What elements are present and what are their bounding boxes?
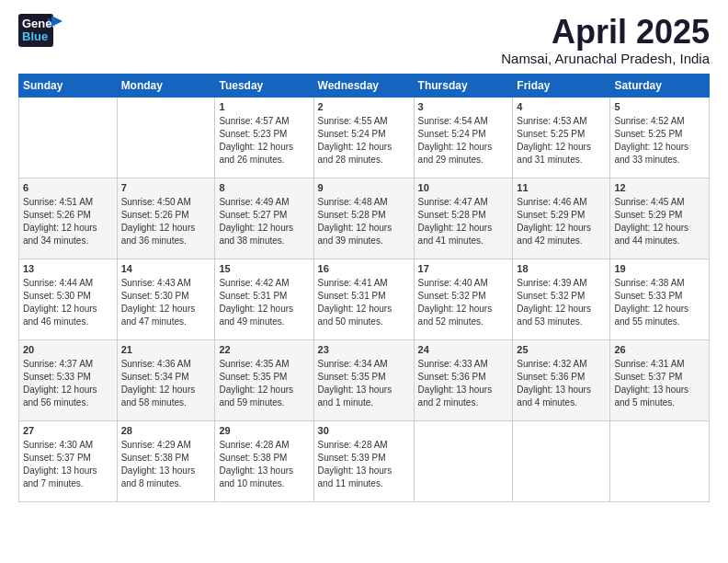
cell-text: Sunset: 5:37 PM: [614, 371, 705, 384]
cell-text: Sunrise: 4:44 AM: [23, 277, 113, 290]
day-number: 13: [23, 262, 113, 276]
title-section: April 2025 Namsai, Arunachal Pradesh, In…: [501, 14, 710, 66]
cell-text: Sunrise: 4:54 AM: [418, 115, 509, 128]
calendar-cell: 3Sunrise: 4:54 AMSunset: 5:24 PMDaylight…: [414, 97, 513, 178]
calendar-cell: [117, 97, 215, 178]
day-number: 26: [614, 343, 705, 357]
cell-text: Daylight: 12 hours and 53 minutes.: [517, 303, 606, 328]
cell-text: Daylight: 12 hours and 58 minutes.: [121, 384, 211, 409]
cell-text: Daylight: 12 hours and 52 minutes.: [418, 303, 509, 328]
day-number: 12: [614, 181, 705, 195]
col-saturday: Saturday: [610, 74, 710, 97]
calendar-cell: 8Sunrise: 4:49 AMSunset: 5:27 PMDaylight…: [215, 178, 313, 259]
calendar-cell: 25Sunrise: 4:32 AMSunset: 5:36 PMDayligh…: [513, 339, 610, 420]
cell-text: Sunrise: 4:28 AM: [219, 439, 309, 452]
cell-text: Sunrise: 4:50 AM: [121, 196, 211, 209]
cell-text: Sunset: 5:30 PM: [121, 290, 211, 303]
calendar-cell: 11Sunrise: 4:46 AMSunset: 5:29 PMDayligh…: [513, 178, 610, 259]
cell-text: Sunset: 5:35 PM: [318, 371, 410, 384]
col-tuesday: Tuesday: [215, 74, 313, 97]
calendar-row: 6Sunrise: 4:51 AMSunset: 5:26 PMDaylight…: [19, 178, 710, 259]
cell-text: Daylight: 12 hours and 55 minutes.: [614, 303, 705, 328]
calendar-row: 13Sunrise: 4:44 AMSunset: 5:30 PMDayligh…: [19, 259, 710, 339]
calendar-row: 20Sunrise: 4:37 AMSunset: 5:33 PMDayligh…: [19, 339, 710, 420]
calendar-cell: 19Sunrise: 4:38 AMSunset: 5:33 PMDayligh…: [610, 259, 710, 339]
day-number: 17: [418, 262, 509, 276]
cell-text: Daylight: 12 hours and 31 minutes.: [517, 141, 606, 167]
cell-text: Sunrise: 4:51 AM: [23, 196, 113, 209]
day-number: 29: [219, 424, 309, 438]
day-number: 8: [219, 181, 309, 195]
cell-text: Sunset: 5:37 PM: [23, 452, 113, 465]
cell-text: Daylight: 12 hours and 34 minutes.: [23, 222, 113, 247]
cell-text: Sunrise: 4:36 AM: [121, 358, 211, 371]
col-friday: Friday: [513, 74, 610, 97]
calendar-cell: 27Sunrise: 4:30 AMSunset: 5:37 PMDayligh…: [19, 420, 118, 501]
cell-text: Daylight: 12 hours and 26 minutes.: [219, 141, 309, 167]
calendar-cell: 24Sunrise: 4:33 AMSunset: 5:36 PMDayligh…: [414, 339, 513, 420]
cell-text: Sunrise: 4:33 AM: [418, 358, 509, 371]
calendar-cell: 14Sunrise: 4:43 AMSunset: 5:30 PMDayligh…: [117, 259, 215, 339]
month-title: April 2025: [501, 14, 710, 51]
calendar-table: Sunday Monday Tuesday Wednesday Thursday…: [18, 74, 710, 502]
cell-text: Sunrise: 4:31 AM: [614, 358, 705, 371]
cell-text: Sunrise: 4:47 AM: [418, 196, 509, 209]
col-monday: Monday: [117, 74, 215, 97]
cell-text: Daylight: 12 hours and 56 minutes.: [23, 384, 113, 409]
cell-text: Daylight: 12 hours and 49 minutes.: [219, 303, 309, 328]
calendar-cell: 26Sunrise: 4:31 AMSunset: 5:37 PMDayligh…: [610, 339, 710, 420]
cell-text: Sunset: 5:24 PM: [418, 128, 509, 141]
calendar-cell: 15Sunrise: 4:42 AMSunset: 5:31 PMDayligh…: [215, 259, 313, 339]
cell-text: Sunset: 5:35 PM: [219, 371, 309, 384]
day-number: 4: [517, 100, 606, 114]
logo-blue-text: Blue: [22, 30, 66, 43]
cell-text: Sunset: 5:25 PM: [517, 128, 606, 141]
day-number: 9: [318, 181, 410, 195]
cell-text: Daylight: 12 hours and 47 minutes.: [121, 303, 211, 328]
day-number: 5: [614, 100, 705, 114]
cell-text: Sunset: 5:31 PM: [219, 290, 309, 303]
cell-text: Sunrise: 4:42 AM: [219, 277, 309, 290]
cell-text: Sunrise: 4:37 AM: [23, 358, 113, 371]
cell-text: Sunset: 5:27 PM: [219, 209, 309, 222]
cell-text: Sunset: 5:34 PM: [121, 371, 211, 384]
cell-text: Sunrise: 4:57 AM: [219, 115, 309, 128]
cell-text: Daylight: 12 hours and 41 minutes.: [418, 222, 509, 247]
cell-text: Daylight: 12 hours and 46 minutes.: [23, 303, 113, 328]
day-number: 30: [318, 424, 410, 438]
day-number: 10: [418, 181, 509, 195]
calendar-cell: 10Sunrise: 4:47 AMSunset: 5:28 PMDayligh…: [414, 178, 513, 259]
cell-text: Sunrise: 4:49 AM: [219, 196, 309, 209]
calendar-cell: 23Sunrise: 4:34 AMSunset: 5:35 PMDayligh…: [313, 339, 414, 420]
cell-text: Sunset: 5:30 PM: [23, 290, 113, 303]
calendar-cell: 16Sunrise: 4:41 AMSunset: 5:31 PMDayligh…: [313, 259, 414, 339]
cell-text: Sunset: 5:23 PM: [219, 128, 309, 141]
col-wednesday: Wednesday: [313, 74, 414, 97]
day-number: 2: [318, 100, 410, 114]
cell-text: Sunset: 5:33 PM: [23, 371, 113, 384]
cell-text: Sunset: 5:24 PM: [318, 128, 410, 141]
col-sunday: Sunday: [19, 74, 118, 97]
day-number: 27: [23, 424, 113, 438]
day-number: 23: [318, 343, 410, 357]
header-row: Sunday Monday Tuesday Wednesday Thursday…: [19, 74, 710, 97]
cell-text: Sunset: 5:29 PM: [614, 209, 705, 222]
cell-text: Sunset: 5:26 PM: [23, 209, 113, 222]
cell-text: Daylight: 13 hours and 11 minutes.: [318, 465, 410, 490]
cell-text: Sunrise: 4:48 AM: [318, 196, 410, 209]
day-number: 1: [219, 100, 309, 114]
cell-text: Daylight: 12 hours and 29 minutes.: [418, 141, 509, 167]
cell-text: Sunrise: 4:32 AM: [517, 358, 606, 371]
day-number: 24: [418, 343, 509, 357]
calendar-cell: 29Sunrise: 4:28 AMSunset: 5:38 PMDayligh…: [215, 420, 313, 501]
cell-text: Sunrise: 4:52 AM: [614, 115, 705, 128]
calendar-cell: 12Sunrise: 4:45 AMSunset: 5:29 PMDayligh…: [610, 178, 710, 259]
cell-text: Sunset: 5:25 PM: [614, 128, 705, 141]
cell-text: Sunrise: 4:53 AM: [517, 115, 606, 128]
calendar-cell: [414, 420, 513, 501]
day-number: 16: [318, 262, 410, 276]
cell-text: Sunrise: 4:38 AM: [614, 277, 705, 290]
cell-text: Sunset: 5:38 PM: [121, 452, 211, 465]
day-number: 18: [517, 262, 606, 276]
day-number: 15: [219, 262, 309, 276]
